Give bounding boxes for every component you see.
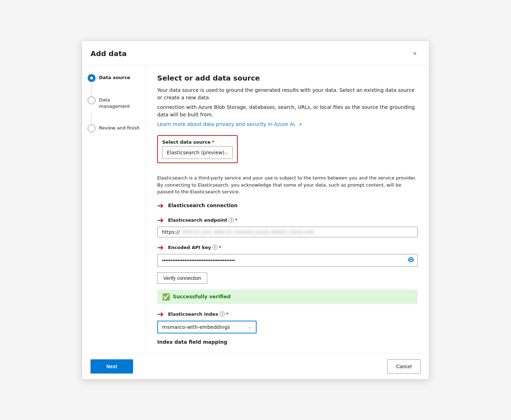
endpoint-info-icon[interactable]: i — [229, 217, 233, 222]
endpoint-prefix: https:// — [158, 227, 182, 237]
external-link-icon: ↗ — [298, 122, 302, 127]
step-connector-1 — [92, 85, 92, 96]
select-datasource-control[interactable]: Elasticsearch (preview) ⌄ — [162, 146, 233, 159]
endpoint-blurred-value: find on your data at xxxxxxx.azure.elast… — [182, 227, 417, 237]
cancel-button[interactable]: Cancel — [387, 359, 421, 374]
step-circle-inactive-1 — [88, 96, 95, 104]
dialog-footer: Next Cancel — [82, 353, 429, 379]
learn-more-link[interactable]: Learn more about data privacy and securi… — [157, 121, 296, 127]
select-datasource-section: Select data source * Elasticsearch (prev… — [157, 135, 418, 345]
add-data-dialog: Add data × Data source Data management — [82, 40, 429, 380]
index-select-control[interactable]: msmarco-with-embeddings ⌄ — [157, 321, 257, 333]
index-info-icon[interactable]: i — [220, 311, 225, 316]
description-line1: Your data source is used to ground the g… — [157, 87, 418, 101]
required-star-endpoint: * — [235, 217, 237, 223]
connection-section-header: ➔ Elasticsearch connection — [157, 201, 418, 210]
toggle-visibility-button[interactable] — [407, 256, 415, 264]
required-star-index: * — [226, 311, 229, 317]
success-banner: ✅ Successfully verified — [157, 289, 418, 304]
sidebar: Data source Data management Review and f… — [82, 65, 146, 353]
index-chevron-icon: ⌄ — [248, 325, 252, 330]
index-select-value: msmarco-with-embeddings — [162, 324, 230, 330]
step-review-finish: Review and finish — [88, 124, 140, 132]
endpoint-input-group: https:// find on your data at xxxxxxx.az… — [157, 227, 418, 237]
step-connector-2 — [92, 113, 92, 124]
arrow-icon-endpoint: ➔ — [157, 216, 164, 225]
endpoint-label-row: ➔ Elasticsearch endpoint i * — [157, 216, 418, 225]
connection-title: Elasticsearch connection — [168, 203, 237, 208]
description-line2: connection with Azure Blob Storage, data… — [157, 104, 418, 118]
dialog-title: Add data — [90, 49, 127, 58]
mapping-title: Index data field mapping — [157, 339, 418, 345]
select-datasource-label: Select data source * — [162, 139, 233, 145]
select-datasource-value: Elasticsearch (preview) — [167, 150, 225, 155]
verify-connection-group: Verify connection — [157, 272, 418, 284]
step-circle-inactive-2 — [88, 125, 95, 132]
main-content: Select or add data source Your data sour… — [146, 65, 429, 353]
step-data-management: Data management — [88, 96, 140, 110]
disclaimer-text: Elasticsearch is a third-party service a… — [157, 175, 418, 195]
apikey-label: Encoded API key i * — [168, 245, 221, 250]
arrow-icon-apikey: ➔ — [157, 243, 164, 252]
index-select-group: msmarco-with-embeddings ⌄ — [157, 321, 418, 333]
step-dot — [90, 77, 93, 79]
arrow-icon-index: ➔ — [157, 310, 164, 319]
step-label-data-management: Data management — [99, 96, 140, 110]
step-label-review-finish: Review and finish — [99, 124, 139, 131]
select-datasource-highlighted: Select data source * Elasticsearch (prev… — [157, 135, 238, 163]
verify-connection-button[interactable]: Verify connection — [157, 272, 207, 284]
apikey-input-group — [157, 254, 418, 267]
next-button[interactable]: Next — [90, 359, 133, 374]
chevron-down-icon: ⌄ — [225, 150, 228, 155]
apikey-info-icon[interactable]: i — [213, 245, 218, 250]
close-button[interactable]: × — [409, 48, 421, 59]
step-label-data-source: Data source — [99, 74, 130, 81]
apikey-input[interactable] — [157, 254, 418, 267]
step-data-source: Data source — [88, 74, 140, 82]
apikey-input-wrapper — [157, 254, 418, 267]
step-circle-active — [88, 74, 95, 82]
success-text: Successfully verified — [173, 294, 231, 299]
apikey-label-row: ➔ Encoded API key i * — [157, 243, 418, 252]
index-label-row: ➔ Elasticsearch index i * — [157, 310, 418, 319]
arrow-icon-connection: ➔ — [157, 201, 164, 210]
endpoint-label: Elasticsearch endpoint i * — [168, 217, 237, 223]
index-label: Elasticsearch index i * — [168, 311, 228, 317]
dialog-header: Add data × — [82, 41, 429, 65]
dialog-body: Data source Data management Review and f… — [82, 65, 429, 353]
endpoint-wrapper: https:// find on your data at xxxxxxx.az… — [157, 227, 418, 237]
required-star-datasource: * — [212, 139, 214, 145]
learn-more-link-wrapper: Learn more about data privacy and securi… — [157, 121, 418, 128]
page-title: Select or add data source — [157, 74, 418, 82]
success-check-icon: ✅ — [162, 293, 170, 300]
required-star-apikey: * — [219, 245, 221, 250]
